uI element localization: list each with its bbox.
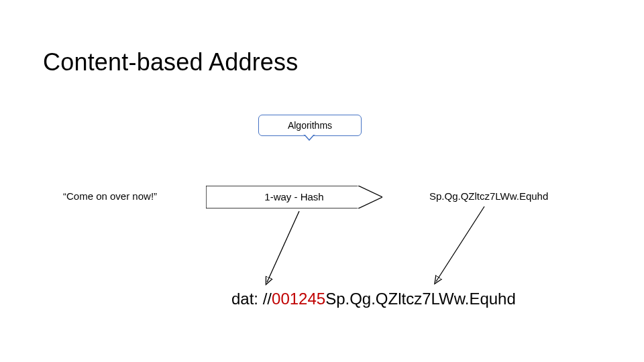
result-rest: Sp.Qg.QZltcz7LWw.Equhd — [325, 290, 516, 308]
result-address: dat: //001245Sp.Qg.QZltcz7LWw.Equhd — [231, 290, 516, 308]
arrow-process-to-result-icon — [260, 210, 307, 288]
svg-line-5 — [436, 206, 484, 282]
svg-marker-1 — [206, 186, 382, 208]
callout-tail-icon — [303, 134, 315, 141]
output-hash-text: Sp.Qg.QZltcz7LWw.Equhd — [429, 190, 548, 202]
arrow-output-to-result-icon — [429, 205, 490, 287]
svg-line-3 — [267, 211, 299, 282]
slide: Content-based Address Algorithms “Come o… — [0, 0, 644, 362]
result-scheme: dat: // — [231, 290, 272, 308]
input-text: “Come on over now!” — [63, 190, 157, 202]
result-prefix: 001245 — [272, 290, 325, 308]
hash-arrow-icon — [206, 186, 382, 208]
slide-title: Content-based Address — [43, 48, 298, 76]
algorithms-callout: Algorithms — [258, 115, 362, 136]
